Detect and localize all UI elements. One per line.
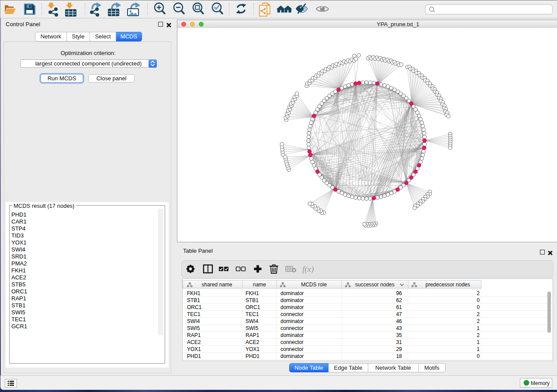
svg-text:Memory: Memory	[531, 380, 550, 386]
svg-text:f(x): f(x)	[302, 265, 314, 274]
